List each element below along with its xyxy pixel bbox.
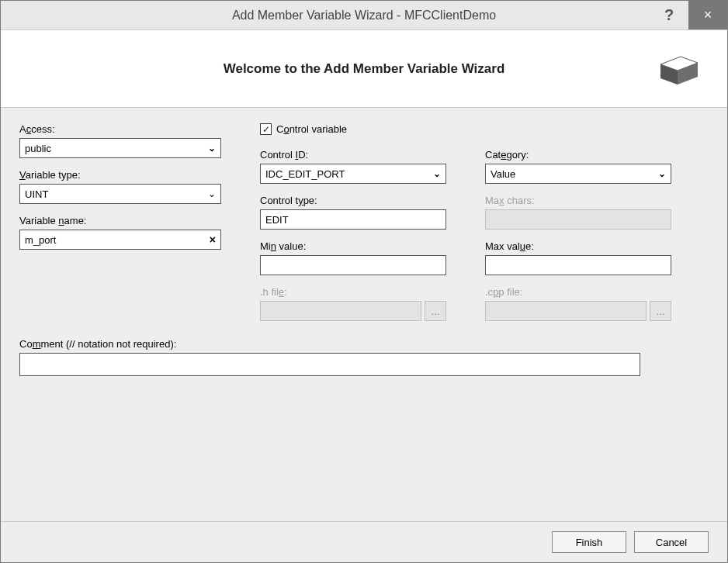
variable-name-label: Variable name: [19, 215, 221, 226]
checkmark-icon: ✓ [262, 124, 270, 135]
cpp-file-input [485, 301, 647, 321]
column-right: Category: Value ⌄ Max chars: [485, 123, 671, 332]
titlebar-title: Add Member Variable Wizard - MFCClientDe… [1, 9, 727, 22]
wizard-window: Add Member Variable Wizard - MFCClientDe… [0, 0, 728, 563]
control-type-label: Control type: [260, 195, 446, 206]
cpp-file-browse-button: ... [650, 301, 671, 321]
wizard-header-icon [650, 50, 704, 88]
comment-section: Comment (// notation not required): [19, 338, 709, 376]
wizard-header: Welcome to the Add Member Variable Wizar… [1, 30, 727, 108]
control-type-field: Control type: EDIT [260, 195, 446, 230]
variable-type-label: Variable type: [19, 169, 221, 181]
min-value-input[interactable] [260, 255, 446, 275]
wizard-body: Access: public ⌄ Variable type: UINT ⌄ [1, 108, 727, 521]
comment-input[interactable] [19, 353, 640, 376]
cancel-button[interactable]: Cancel [634, 531, 709, 553]
control-type-value: EDIT [265, 214, 289, 226]
control-variable-checkbox[interactable]: ✓ [260, 123, 272, 135]
control-variable-checkbox-row[interactable]: ✓ Control variable [260, 123, 446, 135]
variable-name-input[interactable]: m_port × [19, 230, 221, 250]
category-value: Value [491, 168, 515, 180]
control-id-value: IDC_EDIT_PORT [265, 168, 345, 180]
control-type-input[interactable]: EDIT [260, 209, 446, 230]
h-file-label: .h file: [260, 286, 446, 298]
wizard-header-title: Welcome to the Add Member Variable Wizar… [78, 61, 650, 77]
h-file-row: ... [260, 301, 446, 321]
max-value-field: Max value: [485, 240, 671, 275]
wizard-footer: Finish Cancel [1, 521, 727, 562]
max-chars-field: Max chars: [485, 195, 671, 230]
cpp-file-field: .cpp file: ... [485, 286, 671, 321]
clear-icon[interactable]: × [210, 233, 216, 246]
cpp-file-row: ... [485, 301, 671, 321]
chevron-down-icon: ⌄ [433, 168, 441, 179]
variable-type-select[interactable]: UINT ⌄ [19, 184, 221, 204]
variable-name-value: m_port [25, 234, 56, 246]
max-chars-label: Max chars: [485, 195, 671, 206]
control-id-field: Control ID: IDC_EDIT_PORT ⌄ [260, 149, 446, 184]
control-id-label: Control ID: [260, 149, 446, 161]
min-value-label: Min value: [260, 240, 446, 252]
column-left: Access: public ⌄ Variable type: UINT ⌄ [19, 123, 221, 332]
titlebar: Add Member Variable Wizard - MFCClientDe… [1, 1, 727, 30]
category-field: Category: Value ⌄ [485, 149, 671, 184]
chevron-down-icon: ⌄ [658, 168, 666, 179]
finish-button[interactable]: Finish [552, 531, 626, 553]
category-select[interactable]: Value ⌄ [485, 164, 671, 184]
min-value-field: Min value: [260, 240, 446, 275]
help-button[interactable]: ? [650, 1, 688, 29]
access-value: public [25, 143, 51, 154]
variable-type-value: UINT [25, 188, 48, 200]
access-field: Access: public ⌄ [19, 123, 221, 158]
control-variable-label: Control variable [276, 123, 347, 135]
h-file-field: .h file: ... [260, 286, 446, 321]
max-chars-input [485, 209, 671, 230]
cpp-file-label: .cpp file: [485, 286, 671, 298]
close-button[interactable]: × [688, 1, 727, 29]
variable-type-field: Variable type: UINT ⌄ [19, 169, 221, 204]
column-middle: ✓ Control variable Control ID: IDC_EDIT_… [260, 123, 446, 332]
comment-label: Comment (// notation not required): [19, 338, 709, 350]
h-file-input [260, 301, 421, 321]
access-label: Access: [19, 123, 221, 135]
columns: Access: public ⌄ Variable type: UINT ⌄ [19, 123, 709, 332]
category-label: Category: [485, 149, 671, 161]
access-select[interactable]: public ⌄ [19, 138, 221, 158]
chevron-down-icon: ⌄ [208, 143, 216, 154]
max-value-input[interactable] [485, 255, 671, 275]
box-icon [654, 50, 704, 88]
titlebar-controls: ? × [650, 1, 727, 29]
variable-name-field: Variable name: m_port × [19, 215, 221, 250]
control-id-select[interactable]: IDC_EDIT_PORT ⌄ [260, 164, 446, 184]
h-file-browse-button: ... [425, 301, 446, 321]
max-value-label: Max value: [485, 240, 671, 252]
chevron-down-icon: ⌄ [208, 188, 216, 199]
spacer [485, 123, 671, 149]
